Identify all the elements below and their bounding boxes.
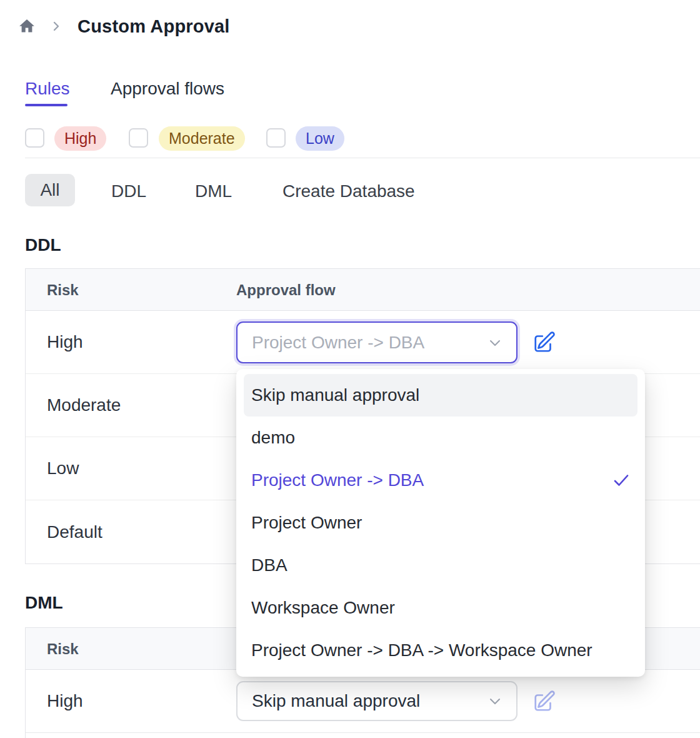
page-title: Custom Approval [78,16,230,37]
risk-cell: Default [47,500,102,564]
risk-cell: High [47,670,83,732]
menu-item-label: Project Owner -> DBA [251,470,424,490]
table-row-high: High Project Owner -> DBA [26,311,700,374]
risk-checkbox-moderate[interactable] [129,128,148,148]
select-value: Skip manual approval [252,691,486,711]
risk-cell: Low [47,437,79,500]
custom-approval-page: Custom Approval Rules Approval flows Hig… [0,0,700,738]
filter-ddl[interactable]: DDL [111,181,146,201]
home-icon[interactable] [18,16,36,37]
risk-cell: Moderate [47,374,121,437]
filter-create-database[interactable]: Create Database [282,181,415,201]
risk-cell: High [47,311,83,373]
menu-item-project-owner-dba[interactable]: Project Owner -> DBA [244,459,638,502]
menu-item-workspace-owner[interactable]: Workspace Owner [244,587,638,629]
select-value: Project Owner -> DBA [252,333,486,353]
menu-item-project-owner[interactable]: Project Owner [244,502,638,544]
risk-checkbox-high[interactable] [25,128,44,148]
risk-checkbox-low[interactable] [266,128,286,148]
table-row-high: High Skip manual approval [26,670,700,733]
menu-item-project-owner-dba-workspace-owner[interactable]: Project Owner -> DBA -> Workspace Owner [244,629,638,672]
section-title-ddl: DDL [25,235,61,255]
column-header-risk: Risk [47,269,79,311]
edit-flow-button[interactable] [532,330,557,355]
menu-item-demo[interactable]: demo [244,417,638,459]
tab-rules[interactable]: Rules [25,79,70,99]
approval-flow-dropdown-menu: Skip manual approval demo Project Owner … [236,369,645,677]
divider [25,158,700,158]
edit-flow-button[interactable] [532,689,557,714]
table-header: Risk Approval flow [26,269,700,311]
column-header-risk: Risk [47,628,79,670]
check-icon [611,470,631,490]
column-header-approval-flow: Approval flow [236,269,336,311]
breadcrumb-chevron-icon [50,20,62,33]
tab-approval-flows[interactable]: Approval flows [111,79,224,99]
chevron-down-icon [486,334,504,351]
breadcrumb: Custom Approval [18,14,230,39]
chevron-down-icon [486,692,504,710]
approval-flow-select-ddl-high[interactable]: Project Owner -> DBA [236,321,518,363]
section-title-dml: DML [25,593,63,613]
risk-badge-high[interactable]: High [54,126,106,151]
approval-flow-select-dml-high[interactable]: Skip manual approval [236,681,518,721]
risk-badge-low[interactable]: Low [296,126,344,151]
filter-all[interactable]: All [25,174,75,206]
menu-item-dba[interactable]: DBA [244,544,638,587]
menu-item-skip-manual-approval[interactable]: Skip manual approval [244,374,638,417]
table-row-partial [26,733,700,738]
active-tab-underline [25,104,68,106]
filter-dml[interactable]: DML [195,181,232,201]
risk-badge-moderate[interactable]: Moderate [159,126,245,151]
